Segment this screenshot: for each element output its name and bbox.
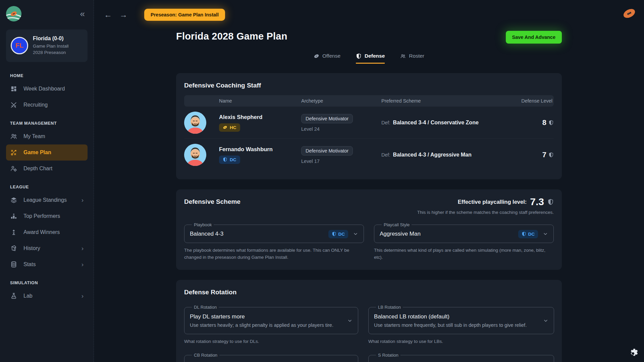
sidebar-item-history[interactable]: History › — [6, 240, 88, 256]
sidebar: « FL Florida (0-0) Game Plan Install 202… — [0, 0, 94, 362]
sidebar-item-stats[interactable]: Stats › — [6, 256, 88, 273]
forward-button[interactable]: → — [119, 11, 127, 19]
chevron-right-icon: › — [82, 261, 84, 267]
table-row: Alexis Shepherd HC Defensive Motivator L… — [184, 107, 554, 138]
shield-icon — [223, 157, 227, 162]
team-phase: Game Plan Install — [33, 43, 69, 50]
person-gear-icon — [10, 165, 17, 172]
archetype-pill: Defensive Motivator — [301, 114, 353, 123]
chevron-down-icon — [353, 231, 358, 237]
main-content: ← → Preseason: Game Plan Install Florida… — [94, 0, 644, 362]
shield-icon — [332, 232, 336, 236]
sidebar-collapse-button[interactable]: « — [78, 9, 87, 18]
playcall-style-help: This determines what kind of plays are c… — [374, 247, 554, 261]
preferred-scheme: Def:Balanced 4-3 / Aggressive Man — [381, 152, 516, 158]
archetype-pill: Defensive Motivator — [301, 146, 353, 156]
table-row: Fernando Washburn DC Defensive Motivator… — [184, 138, 554, 171]
coach-avatar — [184, 112, 206, 134]
defense-level: 7 — [516, 150, 554, 159]
sidebar-item-game-plan[interactable]: Game Plan — [6, 144, 88, 161]
tab-bar: Offense Defense Roster — [176, 53, 562, 64]
sidebar-item-week-dashboard[interactable]: Week Dashboard — [6, 81, 88, 97]
s-rotation-select[interactable]: S Rotation Play a deep S rotation Use th… — [368, 353, 554, 362]
team-logo: FL — [11, 37, 28, 54]
shield-icon — [548, 152, 554, 158]
dashboard-icon — [10, 85, 17, 93]
chevron-down-icon — [543, 231, 548, 237]
page-title: Florida 2028 Game Plan — [176, 31, 287, 42]
lb-rotation-select[interactable]: LB Rotation Balanced LB rotation (defaul… — [368, 305, 554, 334]
sidebar-item-top-performers[interactable]: Top Performers — [6, 208, 88, 224]
card-title: Defense Rotation — [184, 289, 554, 296]
shield-icon — [548, 120, 554, 125]
chevron-right-icon: › — [82, 293, 84, 299]
dc-badge: DC — [518, 230, 538, 238]
trophy-icon — [10, 229, 17, 236]
team-card[interactable]: FL Florida (0-0) Game Plan Install 2028 … — [6, 29, 88, 62]
cb-rotation-select[interactable]: CB Rotation Balanced CB rotation (defaul… — [184, 353, 358, 362]
staff-table-header: Name Archetype Preferred Scheme Defense … — [184, 95, 554, 107]
app-logo-icon[interactable] — [6, 6, 21, 21]
sidebar-item-league-standings[interactable]: League Standings › — [6, 192, 88, 208]
sidebar-item-my-team[interactable]: My Team — [6, 128, 88, 144]
sidebar-item-lab[interactable]: Lab › — [6, 288, 88, 304]
phase-badge[interactable]: Preseason: Game Plan Install — [144, 9, 225, 21]
football-icon — [622, 6, 637, 21]
chevron-right-icon: › — [82, 245, 84, 251]
football-icon — [223, 125, 227, 130]
playcall-style-select[interactable]: Playcall Style Aggressive Man DC — [374, 222, 554, 243]
coach-name: Fernando Washburn — [219, 146, 301, 153]
role-badge-hc: HC — [219, 123, 240, 132]
scroll-icon — [10, 245, 17, 252]
preferred-scheme: Def:Balanced 3-4 / Conservative Zone — [381, 120, 516, 126]
layers-icon — [10, 196, 17, 204]
coach-name: Alexis Shepherd — [219, 114, 301, 120]
archetype-level: Level 17 — [301, 159, 381, 164]
users-icon — [400, 53, 406, 59]
effective-playcalling: Effective playcalling level: 7.3 This is… — [417, 196, 554, 215]
team-name: Florida (0-0) — [33, 36, 69, 42]
shield-icon — [356, 53, 362, 59]
team-season: 2028 Preseason — [33, 50, 69, 56]
dl-rotation-select[interactable]: DL Rotation Play DL starters more Use st… — [184, 305, 358, 334]
lb-rotation-help: What rotation strategy to use for LBs. — [368, 338, 554, 345]
shield-icon — [547, 199, 554, 205]
podium-icon — [10, 213, 17, 220]
shield-icon — [522, 232, 526, 236]
dc-badge: DC — [328, 230, 348, 238]
back-button[interactable]: ← — [104, 11, 112, 19]
users-icon — [10, 133, 17, 140]
defense-rotation-card: Defense Rotation DL Rotation Play DL sta… — [176, 280, 562, 362]
archetype-level: Level 24 — [301, 126, 381, 132]
playbook-help: The playbook determines what formations … — [184, 247, 364, 261]
section-league: LEAGUE — [10, 185, 84, 189]
defense-level: 8 — [516, 118, 554, 127]
save-and-advance-button[interactable]: Save And Advance — [506, 31, 562, 44]
sidebar-item-award-winners[interactable]: Award Winners — [6, 224, 88, 240]
crossed-swords-icon — [10, 101, 17, 109]
dl-rotation-help: What rotation strategy to use for DLs. — [184, 338, 358, 345]
coach-avatar — [184, 144, 206, 166]
tab-offense[interactable]: Offense — [314, 53, 340, 64]
tab-defense[interactable]: Defense — [356, 53, 385, 64]
chevron-right-icon: › — [82, 197, 84, 203]
sidebar-item-depth-chart[interactable]: Depth Chart — [6, 161, 88, 177]
section-team-management: TEAM MANAGEMENT — [10, 121, 84, 126]
section-simulation: SIMULATION — [10, 281, 84, 285]
playcalling-value: 7.3 — [530, 196, 544, 207]
app-window: « FL Florida (0-0) Game Plan Install 202… — [0, 0, 644, 362]
football-icon — [314, 53, 319, 59]
defensive-scheme-card: Defensive Scheme Effective playcalling l… — [176, 189, 562, 270]
strategy-icon — [10, 149, 17, 156]
topbar: ← → Preseason: Game Plan Install — [94, 0, 644, 21]
defensive-coaching-staff-card: Defensive Coaching Staff Name Archetype … — [176, 73, 562, 179]
chevron-down-icon — [543, 318, 548, 323]
playbook-select[interactable]: Playbook Balanced 4-3 DC — [184, 222, 364, 243]
database-icon — [10, 261, 17, 268]
tab-roster[interactable]: Roster — [400, 53, 424, 64]
chevron-down-icon — [347, 318, 353, 323]
sidebar-item-recruiting[interactable]: Recruiting — [6, 97, 88, 113]
card-title: Defensive Coaching Staff — [184, 82, 554, 89]
role-badge-dc: DC — [219, 156, 240, 164]
settings-gear-button[interactable] — [630, 348, 639, 358]
